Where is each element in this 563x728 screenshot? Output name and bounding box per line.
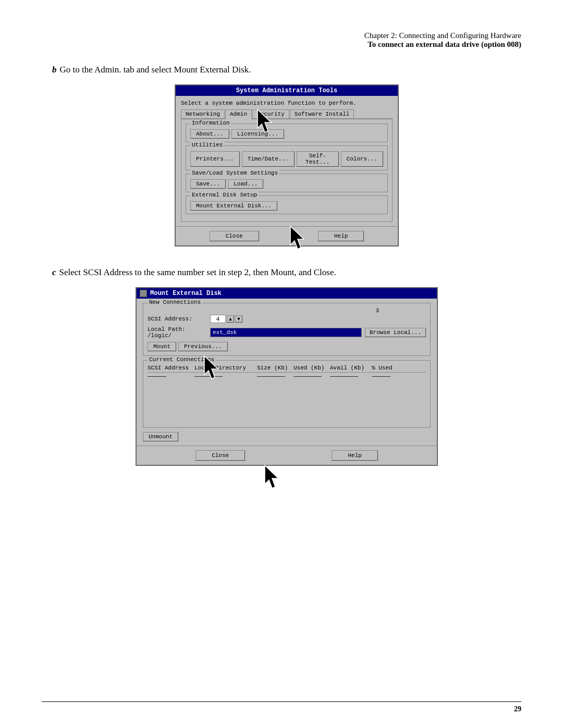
tab-networking[interactable]: Networking [181, 109, 225, 118]
dialog2-close-button[interactable]: Close [195, 450, 245, 461]
load-button[interactable]: Load... [228, 179, 263, 189]
scsi-decrement-button[interactable]: ▼ [235, 315, 242, 323]
col-size: Size (Kb) [257, 365, 293, 371]
section-external-disk-label: External Disk Setup [190, 192, 259, 198]
step-c: cSelect SCSI Address to the same number … [52, 267, 521, 278]
section-save-load-label: Save/Load System Settings [190, 170, 279, 176]
dialog1: System Administration Tools Select a sys… [175, 84, 399, 246]
dialog2-body: New Connections 3 SCSI Address: ▲ ▼ [137, 299, 437, 446]
tab-software-install[interactable]: Software Install [290, 109, 354, 118]
counter-display: 3 [148, 307, 426, 314]
table-header: SCSI Address Local Directory Size (Kb) U… [148, 365, 426, 373]
self-test-button[interactable]: Self-Test... [297, 151, 339, 167]
new-connections-label: New Connections [148, 299, 202, 305]
dialog1-footer: Close Help [176, 226, 398, 245]
chapter-title: Chapter 2: Connecting and Configuring Ha… [52, 31, 521, 40]
dialog1-title: System Administration Tools [236, 87, 337, 94]
unmount-button[interactable]: Unmount [143, 432, 178, 441]
licensing-button[interactable]: Licensing... [231, 129, 284, 139]
svg-marker-3 [265, 465, 278, 488]
dialog2-help-button[interactable]: Help [332, 450, 377, 461]
external-disk-buttons: Mount External Disk... [190, 201, 383, 211]
dialog1-description: Select a system administration function … [181, 100, 393, 106]
tab-security[interactable]: Security [252, 109, 289, 118]
browse-local-button[interactable]: Browse Local... [365, 328, 426, 337]
dialog1-close-button[interactable]: Close [210, 231, 259, 241]
section-external-disk: External Disk Setup Mount External Disk.… [186, 195, 388, 214]
page-number: 29 [514, 705, 521, 713]
current-connections-box: Current Connections SCSI Address Local D… [143, 360, 431, 428]
colors-button[interactable]: Colors... [341, 151, 383, 167]
action-buttons: Mount Previous... [148, 342, 426, 351]
tab-admin[interactable]: Admin [225, 109, 252, 119]
mount-external-disk-button[interactable]: Mount External Disk... [190, 201, 277, 211]
dialog2-icon [140, 290, 147, 297]
dialog2-titlebar: Mount External Disk [137, 288, 437, 299]
save-load-buttons: Save... Load... [190, 179, 383, 189]
current-connections-label: Current Connections [148, 356, 216, 363]
mount-button[interactable]: Mount [148, 342, 176, 351]
section-title: To connect an external data drive (optio… [52, 40, 521, 49]
scsi-address-label: SCSI Address: [148, 316, 210, 322]
previous-button[interactable]: Previous... [178, 342, 228, 351]
dialog2-footer: Close Help [137, 446, 437, 465]
dialog1-help-button[interactable]: Help [318, 231, 364, 241]
step-b-letter: b [52, 65, 57, 75]
step-b: bGo to the Admin. tab and select Mount E… [52, 65, 521, 75]
about-button[interactable]: About... [190, 129, 229, 139]
save-button[interactable]: Save... [190, 179, 226, 189]
section-information-label: Information [190, 120, 231, 126]
new-connections-box: New Connections 3 SCSI Address: ▲ ▼ [143, 303, 431, 356]
col-avail: Avail (Kb) [330, 365, 372, 371]
local-path-input[interactable] [210, 328, 362, 337]
local-path-label: Local Path: /logic/ [148, 326, 210, 339]
dialog1-wrapper: System Administration Tools Select a sys… [175, 84, 399, 246]
printers-button[interactable]: Printers... [190, 151, 240, 167]
information-buttons: About... Licensing... [190, 129, 383, 139]
step-c-letter: c [52, 267, 56, 277]
dialog2-title: Mount External Disk [150, 290, 222, 297]
tab-content-admin: Information About... Licensing... Utilit… [181, 119, 393, 222]
cursor-arrow-4 [263, 464, 286, 490]
chapter-header: Chapter 2: Connecting and Configuring Ha… [52, 31, 521, 49]
dialog1-titlebar: System Administration Tools [176, 85, 398, 96]
col-used: Used (Kb) [293, 365, 330, 371]
utilities-buttons: Printers... Time/Date... Self-Test... Co… [190, 151, 383, 167]
scsi-value-input[interactable] [210, 315, 226, 323]
table-dividers: —————— ————————— ————————— ————————— ———… [148, 374, 426, 379]
section-utilities: Utilities Printers... Time/Date... Self-… [186, 145, 388, 170]
col-pct-used: % Used [372, 365, 403, 371]
page-container: Chapter 2: Connecting and Configuring Ha… [0, 0, 563, 728]
section-save-load: Save/Load System Settings Save... Load..… [186, 174, 388, 192]
section-information: Information About... Licensing... [186, 124, 388, 142]
dialog2: Mount External Disk New Connections 3 SC… [136, 287, 438, 466]
col-scsi-address: SCSI Address [148, 365, 194, 371]
local-path-row: Local Path: /logic/ Browse Local... [148, 326, 426, 339]
dialog2-wrapper: Mount External Disk New Connections 3 SC… [136, 287, 438, 466]
bottom-divider [42, 701, 521, 702]
tab-bar: Networking Admin Security Software Insta… [181, 109, 393, 119]
time-date-button[interactable]: Time/Date... [242, 151, 295, 167]
step-c-text: Select SCSI Address to the same number s… [59, 267, 336, 277]
col-local-dir: Local Directory [194, 365, 257, 371]
step-b-text: Go to the Admin. tab and select Mount Ex… [60, 65, 251, 75]
empty-rows [148, 381, 426, 423]
dialog1-body: Select a system administration function … [176, 96, 398, 226]
section-utilities-label: Utilities [190, 142, 224, 148]
scsi-increment-button[interactable]: ▲ [227, 315, 234, 323]
scsi-address-row: SCSI Address: ▲ ▼ [148, 315, 426, 323]
scsi-counter: ▲ ▼ [210, 315, 242, 323]
